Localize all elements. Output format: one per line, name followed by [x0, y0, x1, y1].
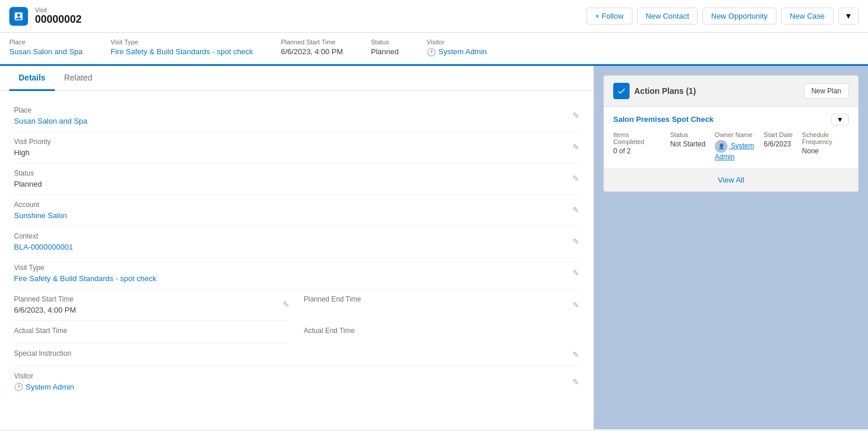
visitor-avatar-icon: 🕐	[14, 383, 23, 392]
meta-status-label: Status	[371, 38, 399, 45]
field-visit-priority: Visit Priority High ✎	[14, 132, 579, 163]
plan-schedule-freq-value: None	[802, 147, 849, 155]
view-all-row: View All	[604, 169, 858, 191]
details-content: Place Susan Salon and Spa ✎ Visit Priori…	[0, 91, 593, 408]
action-plans-card: Action Plans (1) New Plan Salon Premises…	[603, 75, 859, 192]
plan-owner-label: Owner Name	[715, 131, 754, 138]
meta-place: Place Susan Salon and Spa	[9, 38, 83, 57]
view-all-link[interactable]: View All	[718, 176, 744, 184]
meta-planned-start-label: Planned Start Time	[281, 38, 343, 45]
field-visitor-value: 🕐System Admin	[14, 383, 579, 393]
new-case-button[interactable]: New Case	[781, 8, 834, 24]
plan-row: Salon Premises Spot Check ▼ Items Comple…	[604, 107, 858, 169]
field-context-label: Context	[14, 232, 579, 240]
field-actual-end: Actual End Time	[304, 321, 579, 344]
field-place-label: Place	[14, 106, 579, 114]
edit-context-icon[interactable]: ✎	[572, 237, 579, 246]
field-visit-type-value[interactable]: Fire Safety & Build Standards - spot che…	[14, 274, 579, 283]
field-context-value[interactable]: BLA-0000000001	[14, 243, 579, 251]
field-planned-end: Planned End Time ✎	[304, 289, 579, 321]
tabs: Details Related	[0, 66, 593, 91]
plan-status: Status Not Started	[670, 131, 705, 161]
field-status-value: Planned	[14, 180, 579, 188]
edit-visit-type-icon[interactable]: ✎	[572, 268, 579, 278]
field-planned-start-value: 6/6/2023, 4:00 PM	[14, 306, 290, 314]
owner-avatar: 👤	[715, 140, 728, 153]
main-layout: Details Related Place Susan Salon and Sp…	[0, 66, 868, 429]
edit-account-icon[interactable]: ✎	[572, 205, 579, 215]
page-header: Visit 00000002 + Follow New Contact New …	[0, 0, 868, 33]
edit-special-instruction-icon[interactable]: ✎	[572, 350, 579, 359]
meta-visit-type-label: Visit Type	[111, 38, 253, 45]
field-planned-start: Planned Start Time 6/6/2023, 4:00 PM ✎	[14, 289, 290, 321]
action-plans-title-row: Action Plans (1)	[613, 83, 696, 99]
edit-planned-end-icon[interactable]: ✎	[572, 300, 579, 310]
field-place-value[interactable]: Susan Salon and Spa	[14, 117, 579, 125]
more-actions-dropdown[interactable]: ▼	[838, 8, 859, 24]
plan-items-label: Items Completed	[613, 131, 660, 145]
plan-actions-dropdown[interactable]: ▼	[831, 114, 849, 125]
meta-status-value: Planned	[371, 47, 399, 56]
edit-visitor-icon[interactable]: ✎	[572, 377, 579, 387]
field-status-label: Status	[14, 169, 579, 177]
plan-start-date: Start Date 6/6/2023	[764, 131, 793, 161]
new-plan-button[interactable]: New Plan	[804, 83, 849, 99]
edit-place-icon[interactable]: ✎	[572, 111, 579, 120]
meta-visitor-link[interactable]: System Admin	[438, 47, 487, 56]
follow-button[interactable]: + Follow	[586, 8, 632, 24]
field-special-instruction-label: Special Instruction	[14, 349, 579, 358]
field-actual-start: Actual Start Time	[14, 321, 290, 344]
plan-items-value: 0 of 2	[613, 147, 660, 155]
visit-record-icon	[9, 7, 28, 26]
field-visitor-link[interactable]: System Admin	[26, 383, 74, 391]
meta-visitor-value: 🕐System Admin	[427, 47, 487, 57]
field-special-instruction: Special Instruction ✎	[14, 344, 579, 366]
meta-bar: Place Susan Salon and Spa Visit Type Fir…	[0, 33, 868, 66]
left-panel: Details Related Place Susan Salon and Sp…	[0, 66, 594, 429]
new-opportunity-button[interactable]: New Opportunity	[702, 8, 776, 24]
edit-priority-icon[interactable]: ✎	[572, 142, 579, 152]
field-visitor-label: Visitor	[14, 372, 579, 380]
field-visitor: Visitor 🕐System Admin ✎	[14, 366, 579, 398]
field-account: Account Sunshine Salon ✎	[14, 195, 579, 226]
plan-start-date-value: 6/6/2023	[764, 140, 793, 148]
edit-status-icon[interactable]: ✎	[572, 174, 579, 183]
meta-visit-type-value[interactable]: Fire Safety & Build Standards - spot che…	[111, 47, 253, 56]
actual-time-fields-row: Actual Start Time Actual End Time	[14, 321, 579, 344]
meta-place-value[interactable]: Susan Salon and Spa	[9, 47, 83, 56]
field-planned-end-label: Planned End Time	[304, 295, 579, 303]
field-account-label: Account	[14, 201, 579, 209]
right-panel: Action Plans (1) New Plan Salon Premises…	[594, 66, 868, 429]
field-account-value[interactable]: Sunshine Salon	[14, 211, 579, 220]
record-number: 00000002	[35, 13, 586, 26]
plan-schedule-freq-label: Schedule Frequency	[802, 131, 849, 145]
meta-planned-start: Planned Start Time 6/6/2023, 4:00 PM	[281, 38, 343, 57]
meta-visit-type: Visit Type Fire Safety & Build Standards…	[111, 38, 253, 57]
action-plans-header: Action Plans (1) New Plan	[604, 76, 858, 107]
action-plans-title: Action Plans (1)	[634, 86, 696, 96]
field-planned-start-label: Planned Start Time	[14, 295, 290, 303]
plan-start-date-label: Start Date	[764, 131, 793, 138]
plan-name-row: Salon Premises Spot Check ▼	[613, 114, 849, 125]
meta-planned-start-value: 6/6/2023, 4:00 PM	[281, 47, 343, 56]
meta-place-label: Place	[9, 38, 83, 45]
tab-related[interactable]: Related	[55, 66, 101, 91]
plan-owner-value[interactable]: 👤 System Admin	[715, 140, 754, 161]
edit-planned-start-icon[interactable]: ✎	[283, 300, 290, 309]
field-visit-priority-label: Visit Priority	[14, 138, 579, 146]
plan-meta: Items Completed 0 of 2 Status Not Starte…	[613, 131, 849, 161]
visit-icon-svg	[13, 11, 24, 22]
record-type-label: Visit	[35, 6, 586, 13]
tab-details[interactable]: Details	[9, 66, 55, 91]
meta-visitor: Visitor 🕐System Admin	[427, 38, 487, 57]
field-actual-end-label: Actual End Time	[304, 327, 579, 335]
plan-status-label: Status	[670, 131, 705, 138]
header-title-group: Visit 00000002	[35, 6, 586, 26]
new-contact-button[interactable]: New Contact	[637, 8, 698, 24]
field-visit-type-label: Visit Type	[14, 264, 579, 272]
plan-name-link[interactable]: Salon Premises Spot Check	[613, 115, 714, 124]
plan-owner: Owner Name 👤 System Admin	[715, 131, 754, 161]
field-visit-type: Visit Type Fire Safety & Build Standards…	[14, 258, 579, 289]
time-fields-row: Planned Start Time 6/6/2023, 4:00 PM ✎ P…	[14, 289, 579, 321]
field-actual-start-label: Actual Start Time	[14, 327, 290, 335]
